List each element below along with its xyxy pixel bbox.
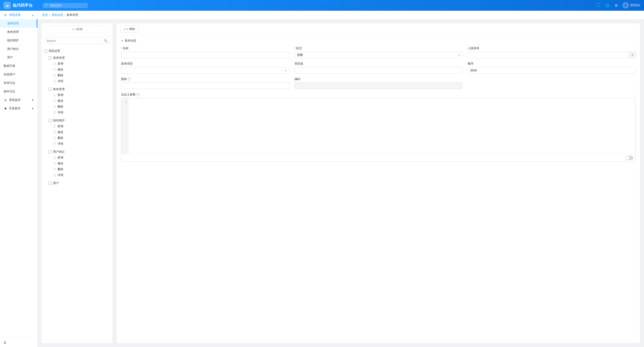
breadcrumb-system[interactable]: 系统设置 [52,13,63,17]
tree-search-input[interactable] [46,39,102,42]
sidebar-item-org-maintenance[interactable]: 组织维护 [0,36,37,45]
field-status-label: * 状态 [294,46,462,50]
sidebar-item-label: 用户 [7,55,13,59]
tree-node-label[interactable]: 📄 新增 [50,61,112,67]
tree-expand-icon[interactable]: - [48,150,52,153]
tree-node-label[interactable]: 📄 删除 [50,104,112,110]
tree-node-org-label[interactable]: - 组织维护 [46,118,112,123]
name-input[interactable] [121,52,289,58]
tree-node-system: - 系统设置 - 菜单管理 [42,47,112,188]
line-number: 1 [122,100,127,104]
toggle-switch[interactable] [625,156,633,160]
tree-node-label[interactable]: 📄 详情 [50,141,112,147]
add-menu-button[interactable]: + + 新增 [45,25,109,33]
sidebar-footer[interactable]: ☰ [0,338,37,347]
add-form-button[interactable]: + + 增加 [120,25,139,33]
tree-node-label[interactable]: 📄 修改 [50,98,112,104]
tree-node-system-label[interactable]: - 系统设置 [42,48,112,54]
tree-node-label[interactable]: 📄 删除 [50,72,112,78]
required-mark: * [294,47,296,50]
tree-node-label[interactable]: 📄 修改 [50,161,112,166]
icon-input[interactable] [121,82,289,89]
field-code: 编码 [294,77,462,89]
tree-node-position: - 用户岗位 📄 新增 📄 [46,148,112,179]
file-icon: 📄 [53,136,56,139]
tree-expand-icon[interactable]: - [48,119,52,122]
tree-expand-icon[interactable]: - [48,56,52,59]
sidebar-item-system-settings[interactable]: ⚙ 系统设置 ▲ [0,11,37,19]
header-right: ⛶ 🌐 ⚙ 👤 管理员1 [596,2,640,8]
file-icon: 📄 [53,62,56,65]
menu-type-select-wrapper: ▼ [121,67,289,73]
tree-node-text: 详情 [58,79,63,83]
tree-node-user-label[interactable]: - 用户 [46,180,112,186]
parent-menu-input[interactable] [468,52,629,58]
tree-search-box[interactable]: 🔍 [44,38,110,44]
type-value-input[interactable] [294,67,462,73]
tree-node-position-label[interactable]: - 用户岗位 [46,149,112,155]
file-icon: 📄 [53,105,56,108]
sidebar-item-menu-management[interactable]: 菜单管理 [0,19,37,28]
tree-node-role-label[interactable]: - 角色管理 [46,86,112,92]
tree-node-label[interactable]: 📄 详情 [50,172,112,178]
order-input[interactable] [468,67,636,73]
tree-node-menu-label[interactable]: - 菜单管理 [46,55,112,61]
tree-expand-icon[interactable]: - [44,49,47,52]
sidebar-item-online-user[interactable]: 在线用户 [0,70,37,79]
sidebar-item-label: 开发套件 [9,106,20,110]
tree-children-position: 📄 新增 📄 修改 📄 删除 [46,155,112,178]
plus-icon: + [72,28,74,31]
tree-node-label[interactable]: 📄 详情 [50,110,112,115]
plus-icon: + [124,27,126,31]
sidebar-item-dev-kit[interactable]: ✱ 开发套件 ▼ [0,104,37,113]
field-icon-label: 图标 ? [121,77,289,81]
tree-node-label[interactable]: 📄 新增 [50,92,112,98]
tree-node-label[interactable]: 📄 删除 [50,135,112,141]
tree-node-role: - 角色管理 📄 新增 📄 [46,85,112,116]
code-content[interactable] [128,98,636,154]
breadcrumb-sep2: / [64,13,65,17]
tree-node-label[interactable]: 📄 新增 [50,155,112,161]
header-search-input[interactable] [50,4,86,7]
tree-node-text: 修改 [58,161,63,165]
tree-expand-icon[interactable]: - [48,88,52,91]
tree-node-label[interactable]: 📄 删除 [50,166,112,172]
settings-icon[interactable]: ⚙ [614,3,619,8]
fullscreen-icon[interactable]: ⛶ [596,3,601,8]
globe-icon[interactable]: 🌐 [604,3,610,8]
help-icon[interactable]: ? [136,93,140,96]
parent-menu-input-wrapper: ≡ [468,52,636,58]
menu-type-select[interactable] [121,67,289,73]
dev-kit-icon: ✱ [4,107,7,110]
field-icon: 图标 ? [121,77,289,89]
file-icon: 📄 [53,99,56,102]
tree-node-label[interactable]: 📄 新增 [50,123,112,129]
breadcrumb-home[interactable]: 首页 [42,13,48,17]
sidebar-item-system-monitor[interactable]: ◎ 系统监控 ▼ [0,96,37,104]
status-select[interactable]: 启用 禁用 [294,52,462,58]
sidebar-item-role-management[interactable]: 角色管理 [0,28,37,36]
tree-panel: + + 新增 🔍 - 系统设置 [41,23,113,344]
tree-node-label[interactable]: 📄 详情 [50,78,112,84]
header-search[interactable]: 🔍 [43,3,88,8]
sidebar-item-data-dictionary[interactable]: 数据字典 [0,62,37,70]
sidebar-item-user-position[interactable]: 用户岗位 [0,45,37,53]
tree-children-system: - 菜单管理 📄 新增 📄 [42,54,112,187]
tree-content: - 系统设置 - 菜单管理 [42,46,112,343]
section-title-text: 基本信息 [125,39,136,43]
tree-node-text: 用户岗位 [53,150,65,154]
sidebar-item-label: 系统监控 [9,98,20,102]
tree-node-text: 删除 [58,73,63,77]
form-section-title[interactable]: ▼ 基本信息 [121,39,636,43]
tree-node-label[interactable]: 📄 修改 [50,129,112,135]
sidebar-item-login-log[interactable]: 登录日志 [0,79,37,87]
help-icon[interactable]: ? [128,78,131,81]
sidebar-item-operation-log[interactable]: 操作日志 [0,87,37,96]
table-icon[interactable]: ≡ [629,52,636,58]
tree-node-label[interactable]: 📄 修改 [50,67,112,72]
tree-expand-icon[interactable]: - [48,182,52,185]
sidebar-item-user[interactable]: 用户 [0,53,37,62]
user-menu[interactable]: 👤 管理员1 [622,2,640,8]
tree-node-text: 系统设置 [48,49,60,53]
chevron-up-icon: ▲ [32,14,34,16]
